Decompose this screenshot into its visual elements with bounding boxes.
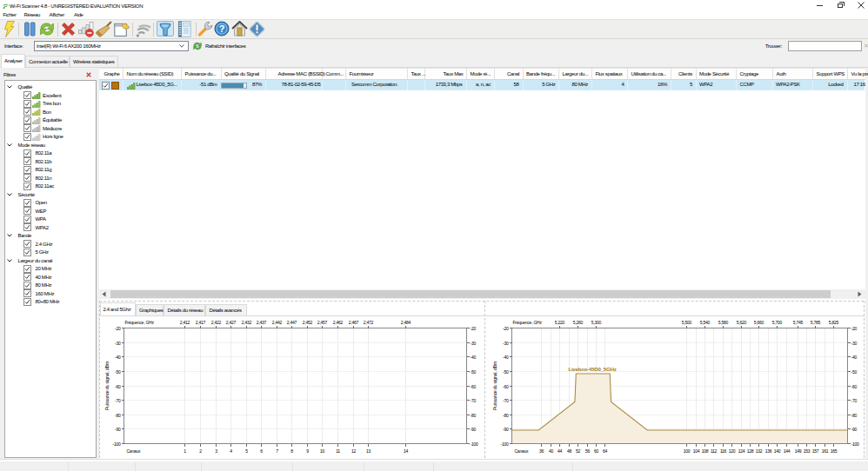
svg-text:4: 4 bbox=[230, 448, 232, 454]
svg-text:161: 161 bbox=[822, 448, 829, 454]
svg-text:-20: -20 bbox=[471, 326, 477, 331]
svg-text:40: 40 bbox=[549, 448, 554, 454]
svg-text:5,745: 5,745 bbox=[793, 320, 804, 325]
svg-text:5,500: 5,500 bbox=[682, 320, 692, 325]
svg-text:48: 48 bbox=[567, 448, 572, 454]
svg-text:5,660: 5,660 bbox=[754, 320, 765, 325]
svg-text:132: 132 bbox=[756, 448, 763, 454]
svg-text:2: 2 bbox=[199, 448, 202, 454]
svg-text:-60: -60 bbox=[851, 384, 858, 389]
svg-text:-60: -60 bbox=[115, 384, 121, 389]
svg-text:3: 3 bbox=[215, 448, 217, 454]
svg-text:5,785: 5,785 bbox=[811, 320, 821, 325]
svg-text:14: 14 bbox=[404, 448, 409, 454]
svg-text:?: ? bbox=[219, 23, 225, 34]
svg-text:5,580: 5,580 bbox=[718, 320, 729, 325]
svg-text:1: 1 bbox=[184, 448, 186, 454]
svg-text:-80: -80 bbox=[851, 413, 858, 418]
svg-text:-70: -70 bbox=[503, 398, 509, 403]
svg-text:36: 36 bbox=[539, 448, 544, 454]
svg-text:-50: -50 bbox=[471, 369, 477, 375]
svg-text:-100: -100 bbox=[851, 441, 859, 447]
svg-text:112: 112 bbox=[711, 448, 718, 454]
svg-text:-50: -50 bbox=[115, 369, 121, 375]
svg-text:2,462: 2,462 bbox=[333, 320, 344, 325]
svg-text:-100: -100 bbox=[471, 441, 478, 447]
svg-text:60: 60 bbox=[594, 448, 599, 454]
svg-text:2,417: 2,417 bbox=[196, 320, 206, 325]
svg-text:124: 124 bbox=[738, 448, 745, 454]
svg-text:2,422: 2,422 bbox=[211, 320, 222, 325]
svg-text:-30: -30 bbox=[503, 341, 509, 346]
svg-text:-80: -80 bbox=[471, 413, 477, 418]
svg-text:-100: -100 bbox=[112, 441, 120, 447]
svg-text:144: 144 bbox=[784, 448, 791, 454]
svg-text:-100: -100 bbox=[500, 441, 508, 447]
svg-text:136: 136 bbox=[765, 448, 772, 454]
svg-text:Canaux: Canaux bbox=[515, 448, 529, 454]
svg-text:11: 11 bbox=[336, 448, 340, 454]
svg-text:7: 7 bbox=[276, 448, 278, 454]
svg-text:5,260: 5,260 bbox=[573, 320, 584, 325]
svg-text:2,432: 2,432 bbox=[242, 320, 252, 325]
svg-text:-50: -50 bbox=[851, 369, 858, 375]
svg-text:-30: -30 bbox=[115, 341, 121, 346]
svg-text:6: 6 bbox=[260, 448, 263, 454]
svg-text:100: 100 bbox=[684, 448, 691, 454]
svg-text:128: 128 bbox=[747, 448, 754, 454]
svg-text:-90: -90 bbox=[471, 427, 477, 432]
svg-text:-30: -30 bbox=[471, 341, 477, 346]
svg-text:-20: -20 bbox=[115, 326, 121, 331]
svg-text:5,300: 5,300 bbox=[591, 320, 602, 325]
svg-text:-70: -70 bbox=[471, 398, 477, 403]
svg-text:Canaux: Canaux bbox=[127, 448, 141, 454]
svg-text:-80: -80 bbox=[115, 413, 121, 418]
svg-text:5,540: 5,540 bbox=[700, 320, 711, 325]
svg-text:-50: -50 bbox=[503, 369, 509, 375]
svg-text:-40: -40 bbox=[115, 355, 121, 360]
svg-text:2,484: 2,484 bbox=[401, 320, 411, 325]
svg-text:8: 8 bbox=[290, 448, 293, 454]
svg-text:Fréquence, GHz: Fréquence, GHz bbox=[513, 320, 543, 325]
svg-text:-40: -40 bbox=[851, 355, 858, 360]
svg-text:-80: -80 bbox=[503, 413, 509, 418]
svg-text:2,467: 2,467 bbox=[349, 320, 359, 325]
svg-text:5,825: 5,825 bbox=[829, 320, 839, 325]
svg-text:108: 108 bbox=[702, 448, 709, 454]
svg-text:-90: -90 bbox=[503, 427, 509, 432]
svg-text:2,427: 2,427 bbox=[226, 320, 237, 325]
svg-text:140: 140 bbox=[774, 448, 781, 454]
svg-text:149: 149 bbox=[795, 448, 802, 454]
svg-text:153: 153 bbox=[804, 448, 811, 454]
svg-text:2,412: 2,412 bbox=[180, 320, 190, 325]
svg-text:2,447: 2,447 bbox=[287, 320, 297, 325]
svg-text:5,700: 5,700 bbox=[772, 320, 783, 325]
svg-text:120: 120 bbox=[729, 448, 736, 454]
svg-text:-40: -40 bbox=[503, 355, 509, 360]
svg-text:12: 12 bbox=[351, 448, 357, 454]
svg-text:-40: -40 bbox=[471, 355, 477, 360]
svg-text:-70: -70 bbox=[115, 398, 121, 403]
svg-text:-20: -20 bbox=[503, 326, 509, 331]
svg-text:-90: -90 bbox=[115, 427, 121, 432]
svg-text:165: 165 bbox=[831, 448, 838, 454]
svg-text:104: 104 bbox=[693, 448, 700, 454]
svg-text:Livebox-45D0_5GHz: Livebox-45D0_5GHz bbox=[568, 366, 616, 372]
svg-text:-30: -30 bbox=[851, 341, 858, 346]
svg-text:2,452: 2,452 bbox=[303, 320, 313, 325]
svg-text:5: 5 bbox=[245, 448, 248, 454]
svg-text:2,457: 2,457 bbox=[317, 320, 328, 325]
svg-text:9: 9 bbox=[306, 448, 309, 454]
svg-text:-20: -20 bbox=[851, 326, 858, 331]
svg-text:116: 116 bbox=[720, 448, 727, 454]
svg-text:2,472: 2,472 bbox=[364, 320, 374, 325]
svg-text:44: 44 bbox=[558, 448, 563, 454]
svg-text:52: 52 bbox=[576, 448, 581, 454]
svg-text:64: 64 bbox=[603, 448, 608, 454]
svg-text:Fréquence, GHz: Fréquence, GHz bbox=[125, 320, 155, 325]
svg-text:Puissance du signal, dBm: Puissance du signal, dBm bbox=[492, 361, 497, 410]
svg-text:5,620: 5,620 bbox=[737, 320, 747, 325]
svg-text:-60: -60 bbox=[503, 384, 509, 389]
svg-text:-90: -90 bbox=[851, 427, 858, 432]
svg-text:Puissance du signal, dBm: Puissance du signal, dBm bbox=[104, 361, 110, 410]
